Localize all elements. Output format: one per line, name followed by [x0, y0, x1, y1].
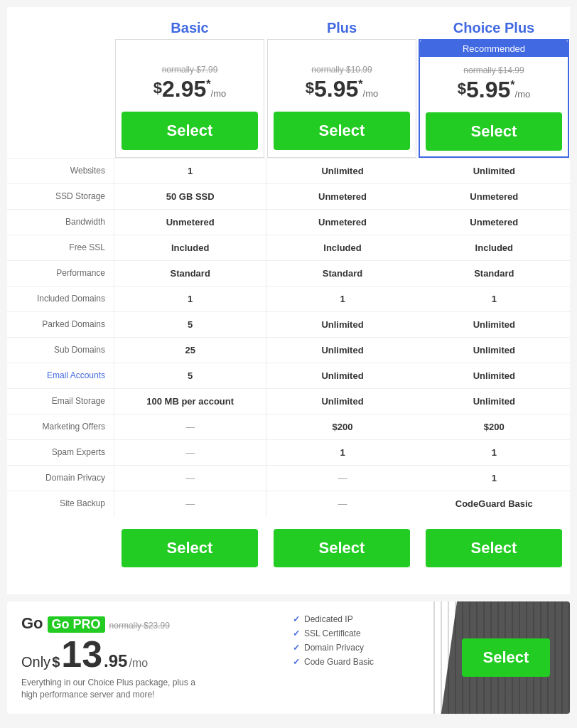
plus-select-bottom-button[interactable]: Select: [274, 529, 410, 567]
choice-plus-select-top-button[interactable]: Select: [426, 112, 562, 151]
feature-row: Parked Domains 5 Unlimited Unlimited: [7, 311, 570, 337]
feature-label: Domain Privacy: [7, 466, 114, 491]
feature-value-basic: 1: [114, 159, 266, 183]
go-pro-feature-item: ✓SSL Certificate: [293, 628, 421, 638]
basic-plan-name: Basic: [171, 20, 208, 36]
feature-value-basic: 50 GB SSD: [114, 184, 266, 209]
feature-label: Spam Experts: [7, 440, 114, 465]
go-pro-decimal: .95: [104, 651, 127, 671]
choice-plus-bottom-col: Select: [418, 523, 570, 573]
feature-value-basic: 25: [114, 338, 266, 363]
go-pro-only-label: Only: [21, 654, 50, 670]
feature-value-plus: Unlimited: [266, 312, 418, 337]
choice-plus-plan-header: Choice Plus: [418, 14, 570, 39]
feature-value-plus: —: [266, 491, 418, 516]
feature-value-plus: 1: [266, 287, 418, 311]
basic-bottom-col: Select: [114, 523, 266, 573]
feature-label: Bandwidth: [7, 210, 114, 235]
feature-value-plus: $200: [266, 414, 418, 439]
feature-label: Included Domains: [7, 287, 114, 311]
go-pro-per-mo: /mo: [129, 657, 148, 670]
basic-select-bottom-button[interactable]: Select: [122, 529, 258, 567]
plus-normal-price: normally $10.99: [274, 65, 410, 75]
feature-label: Email Accounts: [7, 363, 114, 388]
plan-headers: Basic Plus Choice Plus: [7, 14, 570, 39]
feature-value-plus: —: [266, 466, 418, 491]
feature-value-basic: 100 MB per account: [114, 389, 266, 414]
feature-row: Sub Domains 25 Unlimited Unlimited: [7, 337, 570, 363]
plus-main-price: $5.95*/mo: [274, 77, 410, 100]
feature-row: Performance Standard Standard Standard: [7, 260, 570, 286]
check-icon: ✓: [293, 657, 300, 667]
basic-plan-col: Recommended normally $7.99 $2.95*/mo Sel…: [115, 39, 264, 158]
feature-rows-container: Websites 1 Unlimited Unlimited SSD Stora…: [7, 158, 570, 516]
page-wrapper: Basic Plus Choice Plus Recommended norma…: [0, 0, 577, 721]
feature-label: Marketing Offers: [7, 414, 114, 439]
feature-value-choice-plus: Unlimited: [419, 159, 570, 183]
feature-value-choice-plus: Unlimited: [419, 312, 570, 337]
feature-value-basic: Standard: [114, 261, 266, 286]
feature-value-choice-plus: Unmetered: [419, 210, 570, 235]
feature-value-plus: Unlimited: [266, 389, 418, 414]
feature-row: Site Backup — — CodeGuard Basic: [7, 491, 570, 516]
feature-value-basic: 5: [114, 312, 266, 337]
choice-plus-normal-price: normally $14.99: [426, 65, 562, 75]
plus-plan-name: Plus: [327, 20, 357, 36]
feature-row: Domain Privacy — — 1: [7, 465, 570, 491]
feature-label: Websites: [7, 159, 114, 183]
go-pro-feature-label: Dedicated IP: [304, 614, 353, 624]
feature-label: Sub Domains: [7, 338, 114, 363]
feature-value-basic: Included: [114, 235, 266, 260]
feature-value-plus: Standard: [266, 261, 418, 286]
bottom-select-row: Select Select Select: [7, 516, 570, 580]
plus-plan-header: Plus: [266, 14, 418, 39]
go-pro-feature-item: ✓Domain Privacy: [293, 643, 421, 653]
go-pro-feature-item: ✓Dedicated IP: [293, 614, 421, 624]
basic-main-price: $2.95*/mo: [122, 77, 258, 100]
feature-label: Free SSL: [7, 235, 114, 260]
go-pro-feature-label: Domain Privacy: [304, 643, 364, 653]
choice-plus-main-price: $5.95*/mo: [426, 78, 562, 101]
go-pro-feature-label: Code Guard Basic: [304, 657, 374, 667]
feature-value-choice-plus: 1: [419, 440, 570, 465]
feature-label: Performance: [7, 261, 114, 286]
choice-plus-select-bottom-button[interactable]: Select: [426, 529, 562, 567]
feature-value-basic: —: [114, 440, 266, 465]
choice-plus-recommended-badge: Recommended: [420, 41, 568, 57]
feature-label: SSD Storage: [7, 184, 114, 209]
feature-value-plus: Unmetered: [266, 210, 418, 235]
plus-bottom-col: Select: [266, 523, 418, 573]
feature-row: Bandwidth Unmetered Unmetered Unmetered: [7, 209, 570, 235]
feature-value-choice-plus: Unlimited: [419, 338, 570, 363]
feature-value-choice-plus: 1: [419, 287, 570, 311]
choice-plus-price-area: normally $14.99 $5.95*/mo: [420, 57, 568, 107]
plus-select-top-button[interactable]: Select: [274, 112, 410, 150]
go-pro-price-row: Only $ 13 .95 /mo: [21, 636, 271, 673]
choice-plus-plan-col: Recommended normally $14.99 $5.95*/mo Se…: [419, 39, 569, 158]
go-pro-section: Go Go PRO normally $23.99 Only $ 13 .95 …: [7, 601, 570, 714]
basic-price-area: normally $7.99 $2.95*/mo: [116, 56, 264, 106]
go-pro-amount: 13: [61, 636, 102, 673]
feature-value-choice-plus: 1: [419, 466, 570, 491]
feature-value-plus: Unmetered: [266, 184, 418, 209]
feature-value-plus: Unlimited: [266, 338, 418, 363]
feature-row: Free SSL Included Included Included: [7, 235, 570, 260]
feature-value-basic: 5: [114, 363, 266, 388]
feature-label: Site Backup: [7, 491, 114, 516]
go-pro-middle: ✓Dedicated IP✓SSL Certificate✓Domain Pri…: [286, 601, 428, 714]
feature-value-basic: 1: [114, 287, 266, 311]
go-pro-normally: normally $23.99: [109, 621, 170, 631]
feature-row: SSD Storage 50 GB SSD Unmetered Unmetere…: [7, 183, 570, 209]
go-pro-badge: Go PRO: [48, 616, 105, 633]
feature-row: Marketing Offers — $200 $200: [7, 414, 570, 439]
feature-value-choice-plus: Included: [419, 235, 570, 260]
basic-normal-price: normally $7.99: [122, 65, 258, 75]
basic-select-top-button[interactable]: Select: [122, 112, 258, 150]
feature-row: Included Domains 1 1 1: [7, 286, 570, 311]
feature-value-choice-plus: Unmetered: [419, 184, 570, 209]
go-pro-right: Select: [428, 601, 570, 714]
go-pro-title: Go Go PRO normally $23.99: [21, 614, 271, 633]
go-pro-select-button[interactable]: Select: [462, 638, 551, 677]
feature-value-basic: —: [114, 414, 266, 439]
feature-value-plus: Included: [266, 235, 418, 260]
